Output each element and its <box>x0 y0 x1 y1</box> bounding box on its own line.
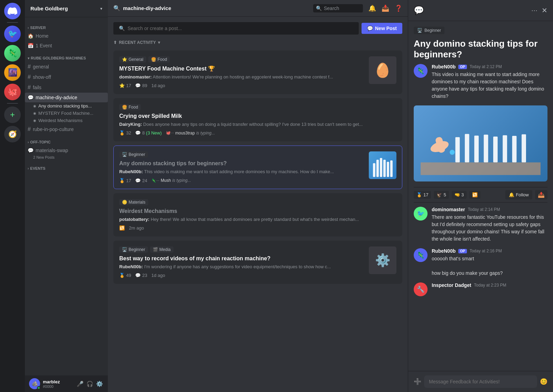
post-card-4[interactable]: 🪙 Materials Weirdest Mechanisms potatoba… <box>113 193 402 236</box>
sub-channel-weirdest[interactable]: ◉ Weirdest Mechanisms <box>25 117 108 124</box>
comment-time-4: Today at 2:23 PM <box>474 283 506 288</box>
machines-category[interactable]: ▾ RUBE GOLDBERG MACHINES <box>25 50 108 62</box>
add-attachment-button[interactable]: ➕ <box>414 378 421 385</box>
panel-close-button[interactable]: ✕ <box>542 6 547 15</box>
post-meta-2: 🏅 32 💬 8 (3 New) 🐙··· mous3trap is typin… <box>119 130 396 136</box>
headphones-button[interactable]: 🎧 <box>86 380 94 388</box>
channel-showoff[interactable]: # show-off <box>25 72 108 82</box>
server-header[interactable]: Rube Goldberg ▾ <box>25 0 108 17</box>
user-info: marblez #0000 <box>43 379 73 389</box>
panel-action-buttons: 🔔 Follow 📤 <box>505 190 547 199</box>
events-category[interactable]: › EVENTS <box>25 161 108 172</box>
comment-4: 🔧 Inspector Dadget Today at 2:23 PM <box>414 282 547 296</box>
settings-button[interactable]: ⚙️ <box>95 380 104 388</box>
typing-indicator-3: 🦎··· Mush is typing... <box>151 178 191 183</box>
channel-fails[interactable]: # fails <box>25 82 108 93</box>
reaction-refresh[interactable]: 🔁 <box>469 191 480 199</box>
channel-materials[interactable]: 💬 materials-swap <box>25 146 108 155</box>
svg-rect-7 <box>503 136 507 163</box>
server-category[interactable]: › SERVER <box>25 20 108 31</box>
icon-bar: 🐦 🦎 🌆 🐙 + 🧭 <box>0 0 25 392</box>
post-card-3[interactable]: 🖥️ Beginner Any domino stacking tips for… <box>113 146 402 189</box>
new-posts-badge: 2 New Posts <box>25 155 108 161</box>
server-icon-4[interactable]: 🐙 <box>4 84 21 100</box>
comment-author-4: Inspector Dadget <box>432 282 471 288</box>
post-title-5: Best way to record videos of my chain re… <box>119 255 365 262</box>
svg-point-10 <box>450 150 455 155</box>
message-input[interactable] <box>424 375 537 388</box>
comment-avatar-3: 🦎 <box>414 248 428 262</box>
emoji-picker-button[interactable]: 😊 <box>540 378 547 385</box>
hash-icon: # <box>28 64 31 70</box>
user-panel: 🪨 marblez #0000 🎤 🎧 ⚙️ <box>25 375 108 392</box>
follow-button[interactable]: 🔔 Follow <box>505 190 532 199</box>
forum-search-input[interactable] <box>128 26 353 31</box>
sub-channel-name-2: MYSTERY Food Machine... <box>38 111 93 116</box>
comments-count: 💬 89 <box>135 83 147 88</box>
post-meta-5: 🏅 49 💬 23 1d ago <box>119 273 365 278</box>
explore-servers-button[interactable]: 🧭 <box>4 126 21 142</box>
right-panel-post-title: Any domino stacking tips for beginners? <box>414 38 547 60</box>
post-content-1: ⭐ General 🍔 Food MYSTERY Food Machine Co… <box>119 56 365 88</box>
reactions-count-2: 🏅 32 <box>119 130 131 136</box>
svg-rect-4 <box>474 136 479 163</box>
post-title-3: Any domino stacking tips for beginners? <box>119 160 365 167</box>
reaction-medal[interactable]: 🏅 17 <box>414 191 431 199</box>
post-preview-2: DairyKing: Does anyone have any tips on … <box>119 121 396 128</box>
notifications-button[interactable]: 🔔 <box>368 4 376 12</box>
header-actions: 🔍 Search 🔔 📥 ❓ <box>313 4 402 12</box>
tag-general: ⭐ General <box>119 56 146 63</box>
sub-channel-mystery[interactable]: ◉ MYSTERY Food Machine... <box>25 110 108 117</box>
comment-avatar-1: 🦎 <box>414 64 428 78</box>
inbox-button[interactable]: 📥 <box>382 4 389 12</box>
channel-name-general: general <box>33 64 49 69</box>
hash-icon-4: # <box>28 126 31 132</box>
chevron-icon-2: ▾ <box>28 56 29 60</box>
discord-home-button[interactable] <box>4 3 21 19</box>
channel-name-pop: rube-in-pop-culture <box>33 127 74 132</box>
post-tags-5: 🖥️ Beginner 🎬 Media <box>119 246 365 253</box>
post-card-5[interactable]: 🖥️ Beginner 🎬 Media Best way to record v… <box>113 241 402 284</box>
post-tags-1: ⭐ General 🍔 Food <box>119 56 365 63</box>
comment-text-2: There are some fantastic YouTube resourc… <box>432 214 547 243</box>
dropdown-icon: ▾ <box>158 40 160 45</box>
comments-count-5: 💬 23 <box>135 273 147 278</box>
comment-time-1: Today at 2:12 PM <box>470 64 502 69</box>
new-post-button[interactable]: 💬 New Post <box>362 23 402 34</box>
channel-pop-culture[interactable]: # rube-in-pop-culture <box>25 124 108 134</box>
search-bar[interactable]: 🔍 Search <box>313 4 363 12</box>
typing-indicator-2: 🐙··· mous3trap is typing... <box>166 131 215 136</box>
channel-general[interactable]: # general <box>25 62 108 72</box>
server-icon-1[interactable]: 🐦 <box>4 26 21 42</box>
help-button[interactable]: ❓ <box>395 4 402 12</box>
reaction-eagle[interactable]: 🦅 5 <box>434 191 449 199</box>
tag-media-5: 🎬 Media <box>150 246 174 253</box>
reaction-fist[interactable]: 🤜 3 <box>452 191 467 199</box>
server-icon-2[interactable]: 🦎 <box>4 45 21 62</box>
post-card-1[interactable]: ⭐ General 🍔 Food MYSTERY Food Machine Co… <box>113 50 402 94</box>
offtopic-category[interactable]: › OFF-TOPIC <box>25 134 108 146</box>
status-dot <box>37 386 40 390</box>
server-icon-3[interactable]: 🌆 <box>4 64 21 81</box>
post-card-2[interactable]: 🍔 Food Crying over Spilled Milk DairyKin… <box>113 98 402 141</box>
sub-channel-icon: ◉ <box>33 104 36 108</box>
sidebar-item-home[interactable]: 🏠 Home <box>25 31 108 41</box>
domino-image <box>414 105 547 181</box>
svg-rect-2 <box>455 137 460 162</box>
sidebar-item-events[interactable]: 📅 1 Event <box>25 41 108 50</box>
sort-icon: ⬆ <box>113 40 117 45</box>
post-thumbnail-5: ⚙️ <box>369 246 396 274</box>
sub-channel-domino[interactable]: ◉ Any domino stacking tips... <box>25 102 108 110</box>
channel-name-fails: fails <box>33 85 41 90</box>
tag-beginner: 🖥️ Beginner <box>119 151 148 158</box>
add-server-button[interactable]: + <box>4 106 21 123</box>
username: marblez <box>43 379 73 384</box>
recent-activity-label: RECENT ACTIVITY <box>119 40 156 45</box>
forum-search-bar[interactable]: 🔍 <box>113 22 359 35</box>
post-time-5: 1d ago <box>151 273 165 278</box>
share-button[interactable]: 📤 <box>535 190 547 199</box>
server-name: Rube Goldberg <box>30 6 68 11</box>
panel-more-button[interactable]: ⋯ <box>531 6 537 15</box>
channel-machine-diy[interactable]: 💬 machine-diy-advice <box>25 93 108 102</box>
microphone-button[interactable]: 🎤 <box>76 380 84 388</box>
